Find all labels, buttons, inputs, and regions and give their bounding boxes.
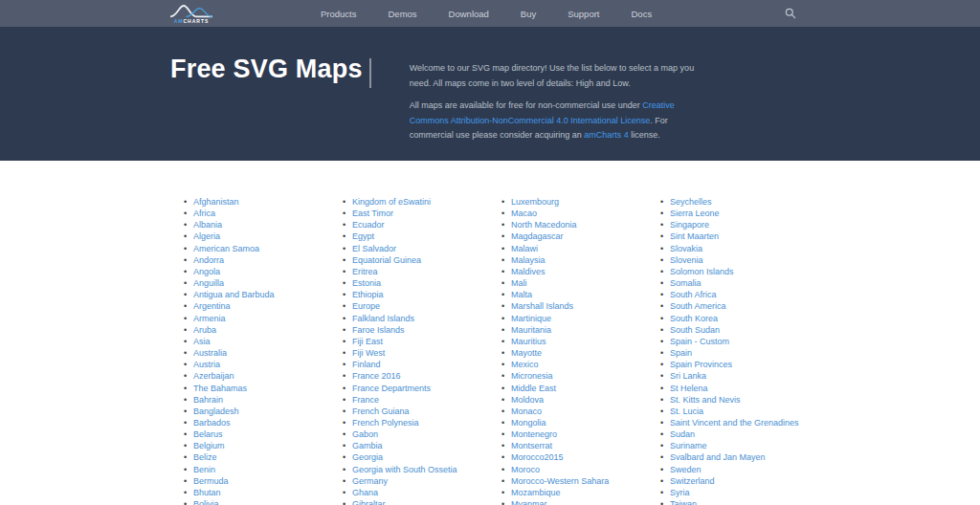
- map-link[interactable]: The Bahamas: [177, 383, 336, 394]
- map-link[interactable]: Malta: [495, 289, 654, 300]
- map-link[interactable]: St. Lucia: [654, 406, 813, 417]
- map-link[interactable]: El Salvador: [336, 243, 495, 254]
- map-link[interactable]: France 2016: [336, 370, 495, 382]
- map-link[interactable]: Equatorial Guinea: [336, 254, 495, 266]
- map-link[interactable]: St Helena: [654, 383, 813, 394]
- map-link[interactable]: French Guiana: [336, 406, 495, 417]
- nav-item-products[interactable]: Products: [321, 9, 357, 19]
- map-link[interactable]: Moroco: [495, 464, 654, 475]
- map-link[interactable]: Luxembourg: [495, 196, 654, 208]
- nav-item-docs[interactable]: Docs: [632, 9, 653, 19]
- map-link[interactable]: Australia: [177, 347, 336, 359]
- map-link[interactable]: Somalia: [654, 277, 813, 289]
- map-link[interactable]: Mauritania: [495, 324, 654, 336]
- map-link[interactable]: Spain - Custom: [654, 336, 813, 347]
- map-link[interactable]: Eritrea: [336, 266, 495, 277]
- map-link[interactable]: Syria: [654, 487, 813, 498]
- map-link[interactable]: Maldives: [495, 266, 654, 277]
- map-link[interactable]: Falkland Islands: [336, 313, 495, 324]
- map-link[interactable]: Seychelles: [654, 196, 813, 208]
- map-link[interactable]: Andorra: [177, 254, 336, 266]
- map-link[interactable]: Africa: [177, 208, 336, 219]
- map-link[interactable]: Armenia: [177, 313, 336, 324]
- map-link[interactable]: Moldova: [495, 394, 654, 406]
- nav-item-buy[interactable]: Buy: [521, 9, 536, 19]
- map-link[interactable]: Ghana: [336, 487, 495, 498]
- map-link[interactable]: Kingdom of eSwatini: [336, 196, 495, 208]
- map-link[interactable]: Bangladesh: [177, 406, 336, 417]
- map-link[interactable]: Malaysia: [495, 254, 654, 266]
- map-link[interactable]: South Sudan: [654, 324, 813, 336]
- map-link[interactable]: Angola: [177, 266, 336, 277]
- map-link[interactable]: Sweden: [654, 464, 813, 475]
- map-link[interactable]: Gibraltar: [336, 498, 495, 505]
- map-link[interactable]: Bolivia: [177, 498, 336, 505]
- map-link[interactable]: South Korea: [654, 313, 813, 324]
- map-link[interactable]: Monaco: [495, 406, 654, 417]
- map-link[interactable]: France Departments: [336, 383, 495, 394]
- map-link[interactable]: Mongolia: [495, 417, 654, 428]
- map-link[interactable]: Bermuda: [177, 475, 336, 487]
- map-link[interactable]: Spain: [654, 347, 813, 359]
- map-link[interactable]: Sri Lanka: [654, 370, 813, 382]
- map-link[interactable]: Germany: [336, 475, 495, 487]
- map-link[interactable]: Finland: [336, 359, 495, 370]
- map-link[interactable]: Saint Vincent and the Grenadines: [654, 417, 813, 428]
- map-link[interactable]: Antigua and Barbuda: [177, 289, 336, 300]
- map-link[interactable]: Mayotte: [495, 347, 654, 359]
- map-link[interactable]: Sierra Leone: [654, 208, 813, 219]
- map-link[interactable]: Taiwan: [654, 498, 813, 505]
- map-link[interactable]: Ecuador: [336, 219, 495, 231]
- map-link[interactable]: Belize: [177, 451, 336, 463]
- nav-item-download[interactable]: Download: [449, 9, 489, 19]
- map-link[interactable]: Barbados: [177, 417, 336, 428]
- map-link[interactable]: East Timor: [336, 208, 495, 219]
- nav-item-demos[interactable]: Demos: [389, 9, 417, 19]
- map-link[interactable]: Belgium: [177, 440, 336, 451]
- map-link[interactable]: France: [336, 394, 495, 406]
- map-link[interactable]: Egypt: [336, 231, 495, 242]
- map-link[interactable]: Bhutan: [177, 487, 336, 498]
- map-link[interactable]: Solomon Islands: [654, 266, 813, 277]
- map-link[interactable]: Anguilla: [177, 277, 336, 289]
- map-link[interactable]: Fiji West: [336, 347, 495, 359]
- map-link[interactable]: Mali: [495, 277, 654, 289]
- map-link[interactable]: Marshall Islands: [495, 300, 654, 312]
- map-link[interactable]: French Polynesia: [336, 417, 495, 428]
- map-link[interactable]: Azerbaijan: [177, 370, 336, 382]
- map-link[interactable]: Asia: [177, 336, 336, 347]
- map-link[interactable]: Macao: [495, 208, 654, 219]
- map-link[interactable]: Argentina: [177, 300, 336, 312]
- map-link[interactable]: Morocco-Western Sahara: [495, 475, 654, 487]
- map-link[interactable]: Afghanistan: [177, 196, 336, 208]
- map-link[interactable]: Morocco2015: [495, 451, 654, 463]
- map-link[interactable]: Suriname: [654, 440, 813, 451]
- map-link[interactable]: Spain Provinces: [654, 359, 813, 370]
- map-link[interactable]: Switzerland: [654, 475, 813, 487]
- amcharts-logo[interactable]: AMCHARTS: [170, 4, 212, 24]
- map-link[interactable]: Europe: [336, 300, 495, 312]
- map-link[interactable]: Montenegro: [495, 428, 654, 440]
- map-link[interactable]: Singapore: [654, 219, 813, 231]
- map-link[interactable]: Faroe Islands: [336, 324, 495, 336]
- map-link[interactable]: Gabon: [336, 428, 495, 440]
- amcharts4-license-link[interactable]: amCharts 4: [584, 130, 629, 140]
- map-link[interactable]: Mauritius: [495, 336, 654, 347]
- map-link[interactable]: South Africa: [654, 289, 813, 300]
- map-link[interactable]: Mexico: [495, 359, 654, 370]
- map-link[interactable]: North Macedonia: [495, 219, 654, 231]
- map-link[interactable]: Austria: [177, 359, 336, 370]
- map-link[interactable]: Montserrat: [495, 440, 654, 451]
- map-link[interactable]: Estonia: [336, 277, 495, 289]
- map-link[interactable]: Martinique: [495, 313, 654, 324]
- map-link[interactable]: Micronesia: [495, 370, 654, 382]
- map-link[interactable]: Georgia: [336, 451, 495, 463]
- map-link[interactable]: Ethiopia: [336, 289, 495, 300]
- map-link[interactable]: Albania: [177, 219, 336, 231]
- map-link[interactable]: Magdagascar: [495, 231, 654, 242]
- map-link[interactable]: Myanmar: [495, 498, 654, 505]
- map-link[interactable]: Bahrain: [177, 394, 336, 406]
- map-link[interactable]: Fiji East: [336, 336, 495, 347]
- search-button[interactable]: [783, 6, 798, 21]
- map-link[interactable]: American Samoa: [177, 243, 336, 254]
